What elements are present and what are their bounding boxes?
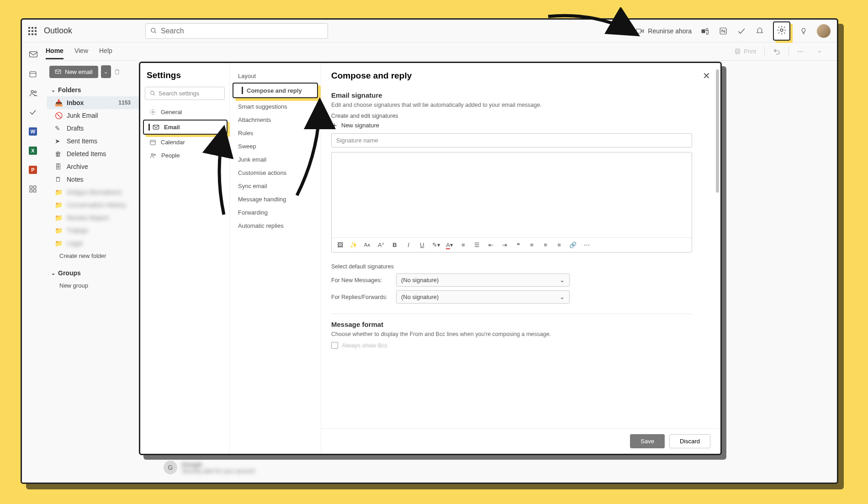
- folder-custom[interactable]: 📁Antiguo Borradores: [47, 186, 139, 199]
- text-color-icon[interactable]: ✎▾: [432, 242, 439, 248]
- ribbon-chevron[interactable]: [811, 46, 828, 57]
- subnav-junk-email[interactable]: Junk email: [230, 153, 321, 166]
- more-format-icon[interactable]: ⋯: [583, 242, 590, 248]
- mail-icon[interactable]: [29, 51, 38, 60]
- folder-deleted[interactable]: 🗑Deleted Items: [47, 147, 139, 160]
- message-format-heading: Message format: [331, 320, 710, 328]
- underline-icon[interactable]: U: [418, 242, 426, 248]
- folder-inbox[interactable]: 📥Inbox1153: [47, 96, 139, 109]
- font-size-icon[interactable]: A°: [377, 242, 385, 248]
- subnav-smart-suggestions[interactable]: Smart suggestions: [230, 100, 321, 113]
- folder-drafts[interactable]: ✎Drafts: [47, 122, 139, 135]
- signature-name-input[interactable]: Signature name: [331, 133, 692, 147]
- people-icon[interactable]: [29, 89, 38, 98]
- close-button[interactable]: ✕: [703, 70, 710, 81]
- folder-notes[interactable]: 🗒Notes: [47, 173, 139, 186]
- subnav-message-handling[interactable]: Message handling: [230, 193, 321, 206]
- for-new-label: For New Messages:: [331, 277, 391, 284]
- todo-icon[interactable]: [736, 26, 746, 36]
- tips-icon[interactable]: [799, 26, 809, 36]
- trash-icon[interactable]: [114, 68, 121, 75]
- new-messages-select[interactable]: (No signature)⌄: [396, 273, 570, 287]
- category-people[interactable]: People: [145, 149, 225, 162]
- more-button[interactable]: ⋯: [792, 45, 809, 58]
- search-settings-input[interactable]: Search settings: [145, 87, 225, 100]
- align-right-icon[interactable]: ≡: [556, 242, 563, 248]
- tab-help[interactable]: Help: [99, 43, 112, 59]
- numbering-icon[interactable]: ☰: [473, 242, 481, 248]
- indent-icon[interactable]: ⇥: [501, 242, 508, 248]
- subnav-layout[interactable]: Layout: [230, 69, 321, 83]
- folder-custom[interactable]: 📁Review Report: [47, 211, 139, 224]
- quote-icon[interactable]: ❝: [514, 242, 522, 248]
- font-icon[interactable]: Aᴀ: [364, 242, 371, 248]
- subnav-customise-actions[interactable]: Customise actions: [230, 166, 321, 179]
- title-bar: Outlook Search Reunirse ahora: [22, 20, 837, 42]
- content-title: Compose and reply: [331, 71, 412, 81]
- align-center-icon[interactable]: ≡: [542, 242, 549, 248]
- teams-icon[interactable]: [700, 26, 710, 36]
- category-email[interactable]: Email: [144, 121, 227, 134]
- new-email-split[interactable]: ⌄: [101, 65, 111, 78]
- highlight-icon[interactable]: ✨: [350, 242, 357, 248]
- search-input[interactable]: Search: [145, 23, 328, 39]
- word-icon[interactable]: W: [29, 127, 38, 136]
- category-calendar[interactable]: Calendar: [145, 136, 225, 149]
- folder-custom[interactable]: 📁Legal: [47, 237, 139, 250]
- check-icon[interactable]: [29, 108, 38, 117]
- undo-button[interactable]: [767, 45, 786, 58]
- folder-sent[interactable]: ➤Sent Items: [47, 135, 139, 147]
- account-avatar[interactable]: [817, 24, 831, 38]
- category-general[interactable]: General: [145, 105, 225, 119]
- create-folder-link[interactable]: Create new folder: [47, 250, 139, 262]
- groups-header[interactable]: ⌄Groups: [47, 267, 139, 279]
- new-email-button[interactable]: New email: [49, 66, 98, 78]
- svg-rect-12: [30, 186, 32, 188]
- discard-button[interactable]: Discard: [669, 434, 710, 448]
- subnav-sync-email[interactable]: Sync email: [230, 179, 321, 193]
- replies-forwards-select[interactable]: (No signature)⌄: [396, 290, 570, 304]
- subnav-automatic-replies[interactable]: Automatic replies: [230, 219, 321, 232]
- always-bcc-checkbox[interactable]: Always show Bcc: [331, 342, 710, 349]
- folder-archive[interactable]: 🗄Archive: [47, 160, 139, 173]
- subnav-forwarding[interactable]: Forwarding: [230, 206, 321, 219]
- bold-icon[interactable]: B: [391, 242, 398, 248]
- calendar-icon[interactable]: [29, 70, 38, 79]
- notification-icon[interactable]: [755, 26, 765, 36]
- scrollbar-thumb[interactable]: [716, 69, 719, 193]
- message-preview[interactable]: G Google Security alert for your account: [164, 456, 328, 479]
- tab-home[interactable]: Home: [46, 43, 64, 59]
- signature-editor[interactable]: 🖼 ✨ Aᴀ A° B I U ✎▾ A▾ ≡ ☰ ⇤ ⇥ ❝: [331, 152, 692, 252]
- outdent-icon[interactable]: ⇤: [487, 242, 494, 248]
- bullets-icon[interactable]: ≡: [460, 242, 467, 248]
- meet-now-button[interactable]: Reunirse ahora: [636, 27, 692, 35]
- italic-icon[interactable]: I: [405, 242, 412, 248]
- powerpoint-icon[interactable]: P: [29, 166, 38, 175]
- subnav-sweep[interactable]: Sweep: [230, 140, 321, 153]
- onenote-icon[interactable]: [718, 26, 728, 36]
- svg-point-11: [34, 91, 36, 93]
- subnav-attachments[interactable]: Attachments: [230, 113, 321, 126]
- settings-button[interactable]: [773, 21, 790, 41]
- subnav-compose-reply[interactable]: Compose and reply: [233, 83, 318, 98]
- link-icon[interactable]: 🔗: [569, 242, 577, 248]
- more-apps-icon[interactable]: [29, 185, 38, 194]
- folder-custom[interactable]: 📁Conversation History: [47, 199, 139, 211]
- editor-body[interactable]: [332, 152, 692, 237]
- font-color-icon[interactable]: A▾: [446, 242, 453, 248]
- align-left-icon[interactable]: ≡: [528, 242, 535, 248]
- insert-image-icon[interactable]: 🖼: [336, 242, 344, 248]
- folder-custom[interactable]: 📁Trabajo: [47, 224, 139, 237]
- top-right-actions: Reunirse ahora: [636, 21, 831, 41]
- new-signature-button[interactable]: New signature: [331, 122, 710, 129]
- new-group-link[interactable]: New group: [47, 279, 139, 292]
- tab-view[interactable]: View: [74, 43, 88, 59]
- app-launcher-icon[interactable]: [28, 27, 37, 35]
- print-button[interactable]: Print: [729, 45, 762, 58]
- subnav-rules[interactable]: Rules: [230, 126, 321, 140]
- save-button[interactable]: Save: [630, 434, 665, 448]
- folders-header[interactable]: ⌄Folders: [47, 84, 139, 96]
- folder-junk[interactable]: 🚫Junk Email: [47, 109, 139, 122]
- search-placeholder: Search: [161, 27, 184, 35]
- excel-icon[interactable]: X: [29, 147, 38, 156]
